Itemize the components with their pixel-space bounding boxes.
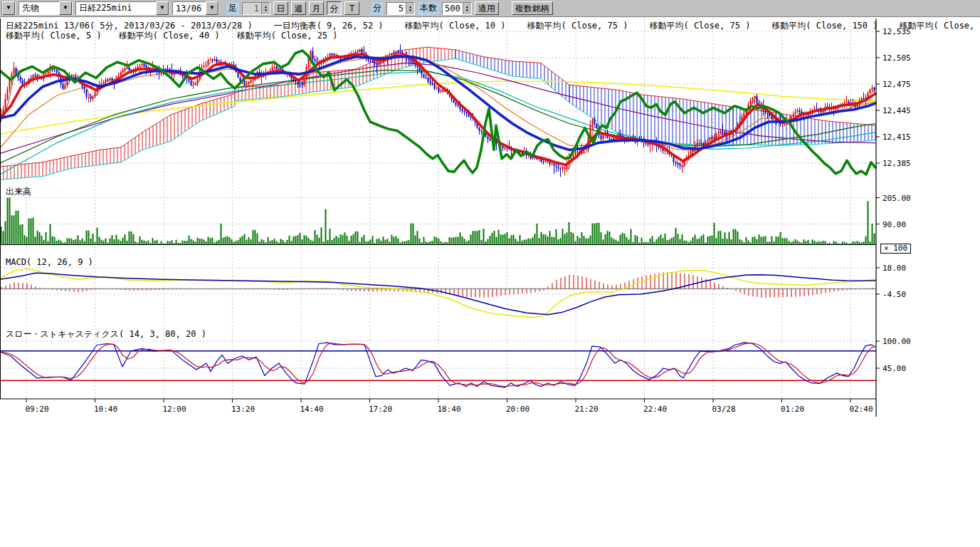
- svg-text:14:40: 14:40: [300, 405, 323, 414]
- svg-text:12,535: 12,535: [882, 27, 911, 36]
- svg-text:21:20: 21:20: [574, 405, 598, 414]
- svg-text:17:20: 17:20: [369, 405, 392, 414]
- app-window: ▼ 先物 ▼ 日経225mini ▼ 13/06 ▼ 足 1 ▲▼ 日 週 月 …: [0, 0, 980, 547]
- svg-text:90.00: 90.00: [882, 220, 906, 229]
- svg-text:18:40: 18:40: [437, 405, 460, 414]
- svg-text:20:00: 20:00: [506, 405, 529, 414]
- svg-text:12,385: 12,385: [882, 159, 911, 168]
- svg-text:03/28: 03/28: [712, 405, 735, 414]
- svg-text:01:20: 01:20: [781, 405, 804, 414]
- svg-text:12,445: 12,445: [882, 106, 911, 115]
- svg-text:18.00: 18.00: [882, 264, 906, 273]
- svg-text:12,505: 12,505: [882, 53, 911, 63]
- svg-text:12,475: 12,475: [882, 80, 911, 89]
- svg-text:-4.50: -4.50: [882, 290, 906, 299]
- svg-text:12:00: 12:00: [162, 405, 186, 414]
- svg-text:22:40: 22:40: [643, 405, 667, 414]
- svg-text:205.00: 205.00: [882, 194, 911, 203]
- chart-canvas: 09:2010:4012:0013:2014:4017:2018:4020:00…: [0, 0, 980, 547]
- svg-text:12,415: 12,415: [882, 132, 911, 142]
- svg-text:10:40: 10:40: [94, 405, 117, 414]
- svg-text:13:20: 13:20: [231, 405, 255, 414]
- svg-text:100.00: 100.00: [882, 337, 911, 346]
- svg-text:09:20: 09:20: [25, 405, 48, 414]
- svg-text:02:40: 02:40: [849, 405, 873, 414]
- svg-text:45.00: 45.00: [882, 364, 906, 373]
- volume-multiplier-badge: × 100: [880, 244, 911, 254]
